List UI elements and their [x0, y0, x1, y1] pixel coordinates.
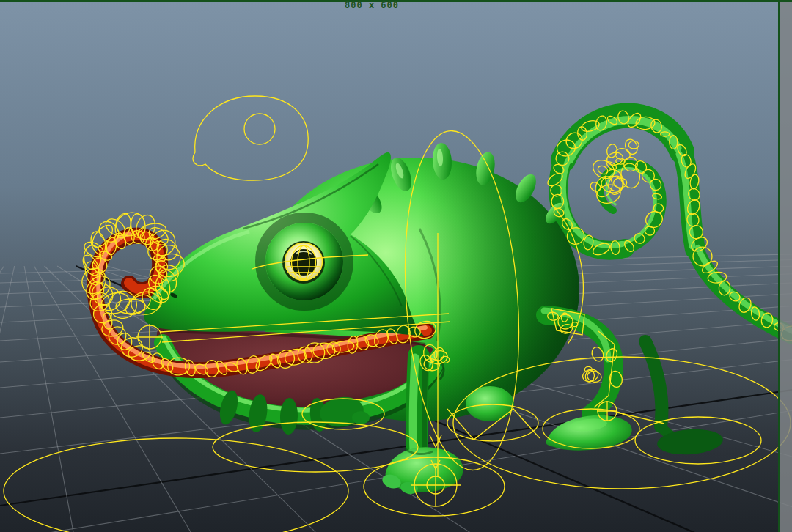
- gate-border-right: [778, 0, 780, 532]
- chameleon-eye[interactable]: [260, 218, 348, 306]
- pupil: [290, 249, 317, 276]
- resolution-label: 800 x 600: [335, 0, 408, 10]
- outside-gate-mask: [780, 0, 792, 532]
- viewport-canvas[interactable]: [0, 0, 792, 532]
- viewport-3d[interactable]: 800 x 600: [0, 0, 792, 532]
